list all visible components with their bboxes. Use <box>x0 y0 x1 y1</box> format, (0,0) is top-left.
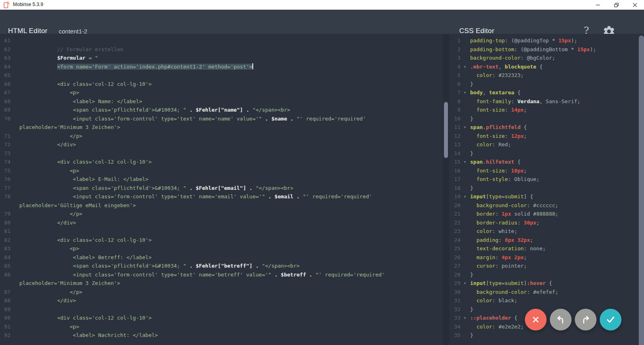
code-line-11[interactable]: 11▾span.pflichtfeld { <box>449 123 639 132</box>
css-code-editor[interactable]: 1padding-top: (@paddingTop * 15px);2padd… <box>449 34 639 345</box>
code-line-6[interactable]: 6} <box>449 80 639 89</box>
code-line-30[interactable]: 30 background-color: #efefef; <box>449 288 639 297</box>
code-line-26[interactable]: 26 margin: 4px 2px; <box>449 253 639 262</box>
code-line-16[interactable]: 16 font-size: 10px; <box>449 166 639 175</box>
code-line-72[interactable]: 72 </div> <box>0 140 443 149</box>
code-line-14[interactable]: 14} <box>449 149 639 158</box>
line-number: 83 <box>0 244 10 253</box>
redo-button[interactable] <box>575 309 597 330</box>
code-line-71[interactable]: 71 </p> <box>0 132 443 141</box>
line-number: 30 <box>449 288 460 297</box>
fold-arrow-icon[interactable]: ▾ <box>460 158 469 166</box>
code-line-2[interactable]: 2padding-bottom: (@paddingBottom * 15px)… <box>449 45 639 54</box>
code-line-88[interactable]: 88 </div> <box>0 296 443 305</box>
code-line-70[interactable]: 70 <input class='form-control' type='tex… <box>0 114 443 123</box>
undo-button[interactable] <box>550 309 572 330</box>
fold-arrow-icon[interactable]: ▾ <box>460 279 469 288</box>
code-line-69[interactable]: 69 <span class='pflichtfeld'>&#10034; " … <box>0 106 443 114</box>
code-line-20[interactable]: 20 background-color: #cccccc; <box>449 201 639 210</box>
code-line-22[interactable]: 22 border-radius: 30px; <box>449 218 639 227</box>
code-line-63[interactable]: 63 $Formular = " <box>0 54 443 62</box>
code-line-74[interactable]: 74 <div class='col-12 col-lg-10'> <box>0 158 443 166</box>
code-line-91[interactable]: 91 <p> <box>0 322 443 331</box>
code-line-24[interactable]: 24 padding: 8px 32px; <box>449 236 639 245</box>
code-line-78[interactable]: 78 <input class='form-control' type='tex… <box>0 192 443 201</box>
app-window: Mobirise 5.3.9 HTML Editor content1-2 CS… <box>0 0 644 345</box>
line-number: 4 <box>449 62 460 71</box>
fold-arrow-icon[interactable]: ▾ <box>460 123 469 132</box>
fold-gutter <box>460 288 469 297</box>
code-line-wrap[interactable]: placeholder='Minimum 3 Zeichen'> <box>0 123 443 132</box>
code-line-67[interactable]: 67 <p> <box>0 88 443 97</box>
code-line-77[interactable]: 77 <span class='pflichtfeld'>&#10034; " … <box>0 184 443 193</box>
code-line-66[interactable]: 66 <div class='col-12 col-lg-10'> <box>0 80 443 89</box>
html-scrollbar-thumb[interactable] <box>444 102 448 158</box>
code-line-84[interactable]: 84 <label> Betreff: </label> <box>0 253 443 262</box>
code-line-92[interactable]: 92 <label> Nachricht: </label> <box>0 331 443 340</box>
code-line-9[interactable]: 9 font-size: 14px; <box>449 106 639 114</box>
code-line-79[interactable]: 79 </p> <box>0 210 443 218</box>
code-line-5[interactable]: 5 color: #232323; <box>449 71 639 80</box>
code-line-85[interactable]: 85 <span class='pflichtfeld'>&#10034; " … <box>0 262 443 270</box>
fold-arrow-icon[interactable]: ▾ <box>460 62 469 71</box>
code-line-81[interactable]: 81 <box>0 227 443 236</box>
window-scrollbar-thumb[interactable] <box>639 35 644 345</box>
code-line-83[interactable]: 83 <p> <box>0 244 443 253</box>
code-text: <label> Name: </label> <box>19 97 142 106</box>
code-line-31[interactable]: 31 color: black; <box>449 296 639 305</box>
code-line-21[interactable]: 21 border: 1px solid #888888; <box>449 210 639 218</box>
code-line-15[interactable]: 15▾span.hilfetext { <box>449 158 639 166</box>
code-line-3[interactable]: 3background-color: @bgColor; <box>449 54 639 62</box>
code-line-87[interactable]: 87 </p> <box>0 288 443 297</box>
code-line-27[interactable]: 27 cursor: pointer; <box>449 262 639 270</box>
line-number: 76 <box>0 175 10 184</box>
code-line-68[interactable]: 68 <label> Name: </label> <box>0 97 443 106</box>
code-line-18[interactable]: 18} <box>449 184 639 193</box>
code-line-28[interactable]: 28} <box>449 270 639 279</box>
code-line-19[interactable]: 19▾input[type=submit] { <box>449 192 639 201</box>
fold-arrow-icon[interactable]: ▾ <box>460 192 469 201</box>
code-text: body, textarea { <box>470 88 520 97</box>
line-number: 65 <box>0 71 10 80</box>
code-line-75[interactable]: 75 <p> <box>0 166 443 175</box>
code-line-1[interactable]: 1padding-top: (@paddingTop * 15px); <box>449 36 639 45</box>
restore-button[interactable] <box>607 0 625 10</box>
code-line-64[interactable]: 64 <form name='Form' action='index.php#c… <box>0 62 443 71</box>
code-line-76[interactable]: 76 <label> E-Mail: </label> <box>0 175 443 184</box>
code-line-4[interactable]: 4▾.mbr-text, blockquote { <box>449 62 639 71</box>
code-text: padding: 8px 32px; <box>470 236 533 245</box>
fold-arrow-icon[interactable]: ▾ <box>460 88 469 97</box>
minimize-button[interactable] <box>588 0 607 10</box>
code-text: <span class='pflichtfeld'>&#10034; " . $… <box>19 184 293 193</box>
code-line-65[interactable]: 65 <box>0 71 443 80</box>
code-line-wrap[interactable]: placeholder='Minimum 3 Zeichen'> <box>0 279 443 288</box>
discard-button[interactable] <box>525 309 547 330</box>
code-line-29[interactable]: 29▾input[type=submit]:hover { <box>449 279 639 288</box>
code-line-wrap[interactable]: placeholder='Gültige eMail eingeben'> <box>0 201 443 210</box>
code-line-12[interactable]: 12 font-size: 12px; <box>449 132 639 141</box>
code-line-89[interactable]: 89 <box>0 305 443 314</box>
code-line-35[interactable]: 35} <box>449 331 639 340</box>
code-line-80[interactable]: 80 </div> <box>0 218 443 227</box>
code-line-90[interactable]: 90 <div class='col-12 col-lg-10'> <box>0 314 443 322</box>
code-line-82[interactable]: 82 <div class='col-12 col-lg-10'> <box>0 236 443 245</box>
code-line-25[interactable]: 25 text-decoration: none; <box>449 244 639 253</box>
code-line-62[interactable]: 62 // Formular erstellen <box>0 45 443 54</box>
fold-arrow-icon[interactable]: ▾ <box>460 314 469 322</box>
html-editor-scrollbar[interactable] <box>443 34 449 345</box>
code-line-73[interactable]: 73 <box>0 149 443 158</box>
code-line-10[interactable]: 10} <box>449 114 639 123</box>
code-line-17[interactable]: 17 font-style: Oblique; <box>449 175 639 184</box>
code-text: color: black; <box>470 296 517 305</box>
line-number: 22 <box>449 218 460 227</box>
close-button[interactable] <box>625 0 644 10</box>
code-line-23[interactable]: 23 color: white; <box>449 227 639 236</box>
fold-gutter <box>460 236 469 245</box>
apply-button[interactable] <box>600 309 621 330</box>
code-line-7[interactable]: 7▾body, textarea { <box>449 88 639 97</box>
code-line-13[interactable]: 13 color: Red; <box>449 140 639 149</box>
code-line-8[interactable]: 8 font-family: Verdana, Sans-Serif; <box>449 97 639 106</box>
code-line-86[interactable]: 86 <input class='form-control' type='tex… <box>0 270 443 279</box>
code-line-61[interactable]: 61 <box>0 36 443 45</box>
html-code-editor[interactable]: 6162 // Formular erstellen63 $Formular =… <box>0 34 443 345</box>
